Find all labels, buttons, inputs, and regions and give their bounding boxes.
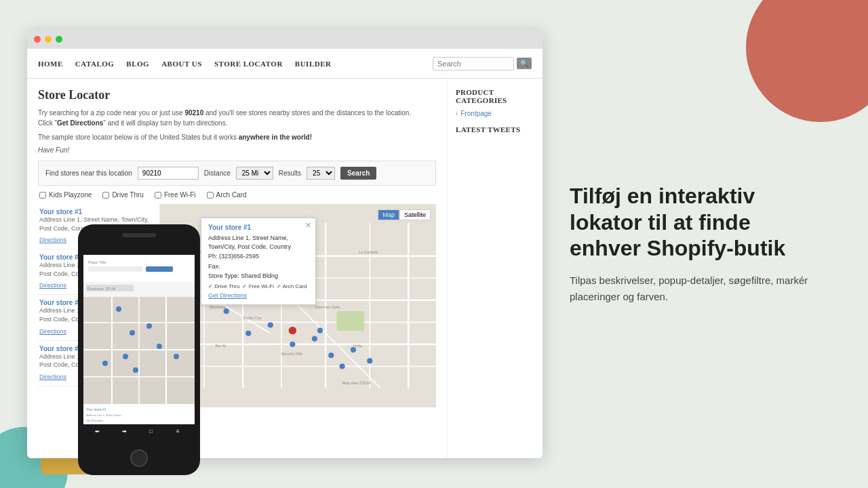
search-button[interactable]: 🔍	[517, 58, 532, 69]
results-select[interactable]: 25 10 50	[307, 167, 335, 180]
browser-dot-maximize	[56, 36, 62, 43]
map-controls: Map Satellite	[378, 209, 431, 220]
svg-text:Address Line 1, Street Name...: Address Line 1, Street Name...	[86, 413, 123, 417]
filter-kids-label: Kids Playzone	[49, 191, 92, 199]
filter-drive-thru[interactable]: Drive Thru	[102, 191, 144, 199]
popup-phone: Ph: (323)656-2595	[208, 252, 309, 261]
right-panel: Tilføj en interaktiv lokator til at find…	[542, 163, 841, 325]
svg-point-56	[130, 330, 135, 336]
store-1-directions[interactable]: Directions	[39, 237, 66, 243]
popup-close-button[interactable]: ✕	[305, 221, 311, 230]
svg-point-33	[290, 342, 295, 347]
svg-point-39	[340, 363, 345, 369]
svg-point-36	[351, 347, 356, 352]
site-sidebar: Product Categories Frontpage Latest Twee…	[448, 79, 542, 458]
kids-playzone-checkbox[interactable]	[39, 192, 46, 199]
filter-wifi-label: Free Wi-Fi	[164, 191, 196, 199]
svg-point-55	[116, 306, 121, 312]
arch-card-checkbox[interactable]	[207, 192, 214, 199]
finder-bar: Find stores near this location Distance …	[38, 161, 436, 186]
drive-thru-checkbox[interactable]	[102, 192, 109, 199]
svg-point-60	[123, 354, 128, 359]
sidebar-frontpage-link[interactable]: Frontpage	[456, 110, 534, 117]
svg-text:Map data ©2024: Map data ©2024	[342, 381, 371, 385]
svg-point-57	[146, 323, 152, 329]
svg-text:Holly...: Holly...	[353, 344, 365, 348]
svg-point-38	[317, 328, 323, 333]
svg-text:□: □	[149, 428, 153, 434]
phone-mockup: Page Title Distance: 25 Mi Your store #1…	[71, 221, 207, 481]
filter-wifi[interactable]: Free Wi-Fi	[155, 191, 196, 199]
svg-text:⬅: ⬅	[95, 428, 100, 434]
svg-text:Montrose: Montrose	[210, 305, 226, 309]
svg-point-61	[102, 361, 108, 366]
browser-titlebar	[27, 30, 542, 49]
store-3-directions[interactable]: Directions	[39, 328, 66, 335]
svg-point-59	[174, 354, 179, 359]
intro-text: Try searching for a zip code near you or…	[38, 108, 436, 128]
page-title: Store Locator	[38, 88, 436, 102]
svg-point-30	[224, 308, 229, 314]
results-label: Results	[279, 169, 301, 177]
svg-point-31	[245, 331, 251, 336]
svg-point-40	[289, 327, 296, 334]
finder-label: Find stores near this location	[45, 169, 132, 177]
popup-tag-drive-thru: ✓ Drive Thru	[208, 283, 239, 289]
store-1-name[interactable]: Your store #1	[39, 208, 155, 216]
svg-rect-45	[122, 233, 156, 237]
svg-text:Distance: 25 Mi: Distance: 25 Mi	[87, 287, 115, 291]
nav-blog[interactable]: BLOG	[126, 60, 149, 68]
svg-rect-16	[336, 311, 364, 330]
svg-point-35	[328, 352, 334, 358]
popup-directions-link[interactable]: Get Directions	[208, 292, 309, 299]
map-popup: Your store #1 ✕ Address Line 1, Street N…	[201, 218, 316, 305]
location-input[interactable]	[138, 167, 199, 180]
filter-kids-playzone[interactable]: Kids Playzone	[39, 191, 92, 199]
find-stores-button[interactable]: Search	[340, 167, 376, 180]
description: Tilpas beskrivelser, popup-detaljer, søg…	[570, 272, 814, 305]
filter-arch-card[interactable]: Arch Card	[207, 191, 247, 199]
nav-about[interactable]: ABOUT US	[161, 60, 202, 68]
filter-row: Kids Playzone Drive Thru Free Wi-Fi Arch…	[38, 191, 436, 199]
svg-text:Page Title: Page Title	[88, 260, 106, 264]
svg-point-62	[133, 367, 138, 373]
distance-select[interactable]: 25 Mi 10 Mi 50 Mi	[236, 167, 273, 180]
search-input[interactable]	[433, 57, 514, 70]
site-nav: HOME CATALOG BLOG ABOUT US STORE LOCATOR…	[27, 49, 542, 79]
distance-label: Distance	[204, 169, 231, 177]
sidebar-tweets-title: Latest Tweets	[456, 125, 534, 134]
sidebar-categories-title: Product Categories	[456, 88, 534, 104]
filter-arch-label: Arch Card	[216, 191, 247, 199]
svg-text:Studio City: Studio City	[243, 316, 262, 320]
svg-text:Your store #1: Your store #1	[86, 407, 106, 411]
nav-home[interactable]: HOME	[38, 60, 63, 68]
popup-tag-arch-card: ✓ Arch Card	[277, 283, 307, 289]
svg-rect-65	[88, 266, 142, 272]
map-view-button[interactable]: Map	[378, 209, 399, 220]
svg-text:Bel Air: Bel Air	[215, 344, 226, 348]
nav-links: HOME CATALOG BLOG ABOUT US STORE LOCATOR…	[38, 60, 331, 68]
svg-point-37	[367, 358, 372, 363]
svg-text:Sherman Oaks: Sherman Oaks	[315, 305, 340, 309]
store-4-directions[interactable]: Directions	[39, 373, 66, 380]
intro-text-2: The sample store locator below is of the…	[38, 132, 436, 142]
nav-search: 🔍	[433, 57, 532, 70]
browser-dot-close	[34, 36, 41, 43]
svg-point-58	[157, 344, 162, 349]
nav-store-locator[interactable]: STORE LOCATOR	[214, 60, 283, 68]
svg-text:Beverly Hills: Beverly Hills	[281, 352, 302, 356]
wifi-checkbox[interactable]	[155, 192, 161, 199]
popup-tags: ✓ Drive Thru ✓ Free Wi-Fi ✓ Arch Card	[208, 283, 309, 289]
nav-catalog[interactable]: CATALOG	[75, 60, 115, 68]
nav-builder[interactable]: BUILDER	[295, 60, 332, 68]
svg-point-32	[268, 322, 273, 327]
popup-address: Address Line 1, Street Name, Town/City, …	[208, 234, 309, 251]
filter-drive-label: Drive Thru	[112, 191, 144, 199]
popup-tag-wifi: ✓ Free Wi-Fi	[242, 283, 274, 289]
satellite-view-button[interactable]: Satellite	[399, 209, 431, 220]
popup-store-type: Store Type: Shared Bldng	[208, 272, 309, 281]
store-2-directions[interactable]: Directions	[39, 282, 66, 289]
svg-text:La Cañada: La Cañada	[359, 250, 378, 254]
have-fun-text: Have Fun!	[38, 146, 436, 154]
svg-point-34	[312, 336, 317, 342]
